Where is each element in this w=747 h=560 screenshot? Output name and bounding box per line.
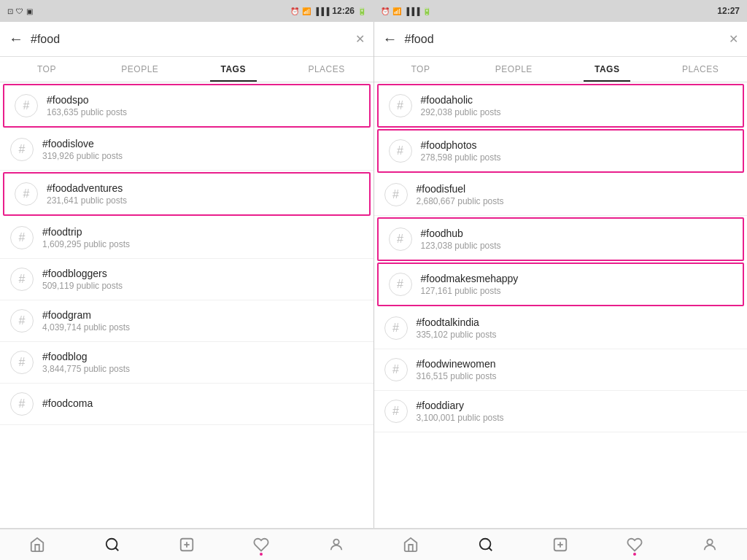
tag-item[interactable]: ##foodspo163,635 public posts <box>3 84 371 128</box>
nav-heart-right[interactable] <box>597 529 672 560</box>
tag-item[interactable]: ##foodhub123,038 public posts <box>377 217 745 261</box>
tag-item[interactable]: ##foodtrip1,609,295 public posts <box>0 217 374 259</box>
bottom-nav-left <box>0 529 374 560</box>
tag-count: 1,609,295 public posts <box>42 239 130 249</box>
shield-icon: 🛡 <box>16 7 23 15</box>
tag-info: #foodspo163,635 public posts <box>47 94 127 117</box>
tag-name: #foodadventures <box>47 182 127 194</box>
tag-item[interactable]: ##foodislove319,926 public posts <box>0 129 374 171</box>
tab-left-people[interactable]: PEOPLE <box>93 57 187 82</box>
hash-icon: # <box>15 182 38 206</box>
tabs-left: TOP PEOPLE TAGS PLACES <box>0 57 374 82</box>
hash-icon: # <box>384 400 408 423</box>
tag-item[interactable]: ##foodwinewomen316,515 public posts <box>374 349 748 391</box>
tab-right-top[interactable]: TOP <box>374 57 468 82</box>
nav-profile-left[interactable] <box>299 529 374 560</box>
add-icon-right <box>552 537 568 553</box>
tag-item[interactable]: ##foodaholic292,038 public posts <box>377 84 745 128</box>
hash-icon: # <box>384 316 408 340</box>
tag-info: #foodtalkindia335,102 public posts <box>417 316 497 340</box>
nav-profile-right[interactable] <box>673 529 747 560</box>
status-right-left-icons: ⏰ 📶 ▐▐▐ 🔋 <box>381 7 431 15</box>
tag-name: #foodcoma <box>42 397 93 409</box>
svg-point-0 <box>106 539 117 550</box>
back-arrow-right[interactable]: ← <box>383 31 398 47</box>
tag-name: #foodwinewomen <box>417 358 497 370</box>
nav-home-left[interactable] <box>0 529 74 560</box>
tag-list-left: ##foodspo163,635 public posts##foodislov… <box>0 82 374 528</box>
tag-name: #foodaholic <box>421 94 501 106</box>
tag-item[interactable]: ##foodphotos278,598 public posts <box>377 129 745 173</box>
time-left: 12:26 <box>332 6 355 16</box>
tag-item[interactable]: ##foodtalkindia335,102 public posts <box>374 308 748 349</box>
tag-name: #foodmakesmehappy <box>421 273 519 284</box>
tag-name: #foodphotos <box>421 139 501 151</box>
sim-icon: ⊡ <box>7 7 13 15</box>
tab-left-tags[interactable]: TAGS <box>187 57 280 82</box>
nav-add-right[interactable] <box>523 529 597 560</box>
nav-search-left[interactable] <box>74 529 149 560</box>
close-btn-left[interactable]: ✕ <box>355 32 365 46</box>
hash-icon: # <box>10 268 34 291</box>
status-bar: ⊡ 🛡 ▣ ⏰ 📶 ▐▐▐ 12:26 🔋 ⏰ 📶 ▐▐▐ 🔋 12:27 <box>0 0 747 22</box>
search-icon-left <box>104 537 120 553</box>
tag-info: #foodadventures231,641 public posts <box>47 182 127 206</box>
tag-count: 2,680,667 public posts <box>417 196 504 206</box>
nav-home-right[interactable] <box>374 529 448 560</box>
tag-item[interactable]: ##foodisfuel2,680,667 public posts <box>374 174 748 216</box>
tab-right-tags[interactable]: TAGS <box>560 57 654 82</box>
tab-left-places[interactable]: PLACES <box>280 57 374 82</box>
tab-right-places[interactable]: PLACES <box>654 57 747 82</box>
signal-icon-left: ▐▐▐ <box>314 7 329 15</box>
tag-info: #foodblog3,844,775 public posts <box>42 351 130 374</box>
back-arrow-left[interactable]: ← <box>9 31 23 47</box>
nav-heart-left[interactable] <box>224 529 298 560</box>
profile-icon-left <box>328 537 344 553</box>
status-right-system-icons: ⏰ 📶 ▐▐▐ 12:26 🔋 <box>290 6 366 16</box>
hash-icon: # <box>10 226 34 249</box>
svg-point-6 <box>479 539 490 550</box>
nav-add-left[interactable] <box>150 529 224 560</box>
tag-name: #foodtalkindia <box>417 316 497 328</box>
battery-icon-left: 🔋 <box>357 7 366 15</box>
close-btn-right[interactable]: ✕ <box>729 32 738 46</box>
bottom-nav-right <box>374 529 747 560</box>
hash-icon: # <box>389 228 412 251</box>
alarm-icon-left: ⏰ <box>290 7 299 15</box>
tag-info: #foodhub123,038 public posts <box>421 228 501 251</box>
hash-icon: # <box>389 273 412 296</box>
profile-icon-right <box>702 537 718 553</box>
tag-item[interactable]: ##foodblog3,844,775 public posts <box>0 342 374 384</box>
tag-item[interactable]: ##foodcoma <box>0 384 374 425</box>
tag-info: #foodaholic292,038 public posts <box>421 94 501 117</box>
nav-search-right[interactable] <box>448 529 522 560</box>
status-bar-left: ⊡ 🛡 ▣ ⏰ 📶 ▐▐▐ 12:26 🔋 <box>0 0 374 22</box>
tag-name: #foodbloggers <box>42 268 123 279</box>
tag-name: #fooddiary <box>417 400 504 411</box>
media-icon: ▣ <box>26 7 33 15</box>
tag-name: #foodgram <box>42 309 130 321</box>
tag-count: 335,102 public posts <box>417 330 497 340</box>
search-icon-right <box>478 537 494 553</box>
tag-item[interactable]: ##foodgram4,039,714 public posts <box>0 300 374 342</box>
hash-icon: # <box>384 183 408 206</box>
heart-dot-right <box>633 553 636 556</box>
battery-icon-right: 🔋 <box>422 7 431 15</box>
search-text-left: #food <box>31 33 355 46</box>
tag-count: 278,598 public posts <box>421 152 501 163</box>
heart-icon-right <box>627 537 643 553</box>
hash-icon: # <box>389 139 412 163</box>
tag-count: 3,844,775 public posts <box>42 364 130 374</box>
tab-left-top[interactable]: TOP <box>0 57 93 82</box>
tag-name: #foodtrip <box>42 226 130 238</box>
tag-item[interactable]: ##foodmakesmehappy127,161 public posts <box>377 262 745 306</box>
tag-item[interactable]: ##fooddiary3,100,001 public posts <box>374 391 748 432</box>
tab-right-people[interactable]: PEOPLE <box>467 57 560 82</box>
status-bar-right: ⏰ 📶 ▐▐▐ 🔋 12:27 <box>374 0 747 22</box>
heart-dot-left <box>260 553 263 556</box>
tag-info: #foodislove319,926 public posts <box>42 138 123 161</box>
tag-info: #foodbloggers509,119 public posts <box>42 268 123 291</box>
tag-item[interactable]: ##foodadventures231,641 public posts <box>3 172 371 216</box>
tag-item[interactable]: ##foodbloggers509,119 public posts <box>0 259 374 300</box>
tag-name: #foodblog <box>42 351 130 362</box>
